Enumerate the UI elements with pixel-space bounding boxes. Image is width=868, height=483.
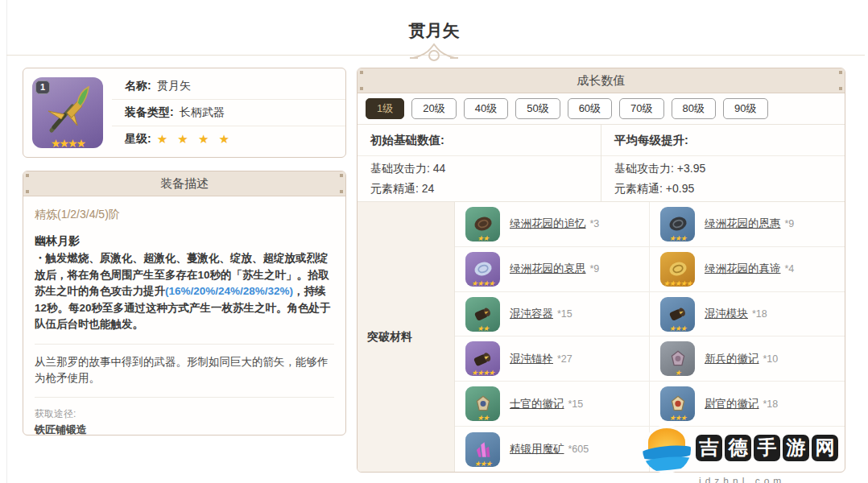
material-link[interactable]: 绿洲花园的真谛 <box>705 262 781 276</box>
material-cell: ★★ 士官的徽记 *15 <box>455 382 650 427</box>
source-label: 获取途径: <box>35 407 334 421</box>
stat-label: 基础攻击力: <box>614 162 674 175</box>
material-count: *15 <box>557 308 572 320</box>
tab-level-90[interactable]: 90级 <box>723 98 767 119</box>
tab-level-50[interactable]: 50级 <box>515 98 560 119</box>
material-cell: ★★★★★ 绿洲花园的真谛 *4 <box>650 247 845 292</box>
skill-desc-values: (16%/20%/24%/28%/32%) <box>165 285 293 297</box>
growth-panel-header: 成长数值 <box>358 68 845 93</box>
stats-section: 初始基础数值: 基础攻击力: 44 元素精通: 24 平均每级提升: 基础攻击力… <box>358 125 845 202</box>
material-link[interactable]: 混沌容器 <box>510 307 553 321</box>
material-link[interactable]: 新兵的徽记 <box>705 352 759 366</box>
materials-row-label: 突破材料 <box>358 202 455 472</box>
material-link[interactable]: 绿洲花园的恩惠 <box>705 217 781 231</box>
material-cell: ★★ 绿洲花园的追忆 *3 <box>455 202 650 247</box>
material-cell: ★★★ 精锻用魔矿 *605 <box>455 427 650 472</box>
description-card-header: 装备描述 <box>23 171 345 196</box>
divider <box>35 397 334 398</box>
material-link[interactable]: 士官的徽记 <box>510 397 564 411</box>
material-stars: ★★★★★ <box>660 280 695 287</box>
initial-stats-header: 初始基础数值: <box>358 125 601 156</box>
weapon-info-card: 1 ★★★★ 名称: 贯月矢 装备类型: 长柄武器 星级: ★ ★ ★ ★ <box>23 68 346 158</box>
material-link[interactable]: 精锻用魔矿 <box>510 442 564 456</box>
refine-rank-line: 精炼(1/2/3/4/5)阶 <box>35 208 334 222</box>
sun-waves-logo-icon <box>643 425 691 473</box>
skill-description: ・触发燃烧、原激化、超激化、蔓激化、绽放、超绽放或烈绽放后，将在角色周围产生至多… <box>35 250 334 333</box>
tab-level-80[interactable]: 80级 <box>672 98 716 119</box>
material-count: *4 <box>785 263 795 275</box>
tab-level-60[interactable]: 60级 <box>568 98 612 119</box>
description-body: 精炼(1/2/3/4/5)阶 幽林月影 ・触发燃烧、原激化、超激化、蔓激化、绽放… <box>23 196 345 437</box>
stat-row: 元素精通: +0.95 <box>601 176 845 196</box>
material-icon: ★★★ <box>660 207 695 242</box>
material-link[interactable]: 绿洲花园的哀思 <box>510 262 586 276</box>
stamp-char: 游 <box>783 435 809 461</box>
info-row-type: 装备类型: 长柄武器 <box>112 100 345 126</box>
material-count: *18 <box>752 308 767 320</box>
material-stars: ★★ <box>465 415 500 422</box>
material-cell: ★★★ 混沌模块 *18 <box>650 292 845 337</box>
growth-stats-panel: 成长数值 1级 20级 40级 50级 60级 70级 80级 90级 初始基础… <box>357 68 845 473</box>
weapon-info-rows: 名称: 贯月矢 装备类型: 长柄武器 星级: ★ ★ ★ ★ <box>112 73 345 152</box>
info-label: 星级: <box>125 132 151 147</box>
per-level-stats-header: 平均每级提升: <box>601 125 845 156</box>
watermark-row: 吉 德 手 游 网 <box>643 422 865 473</box>
page-title: 贯月矢 <box>0 19 868 42</box>
info-label: 名称: <box>125 79 151 93</box>
stamp-char: 网 <box>812 435 838 461</box>
stat-row: 基础攻击力: +3.95 <box>601 156 845 176</box>
equipment-description-card: 装备描述 精炼(1/2/3/4/5)阶 幽林月影 ・触发燃烧、原激化、超激化、蔓… <box>23 171 346 436</box>
watermark-domain: jdzhnl.com <box>699 476 865 483</box>
material-icon: ★★ <box>465 386 500 421</box>
material-count: *9 <box>785 218 795 229</box>
material-cell: ★★★★ 混沌锚栓 *27 <box>455 336 650 382</box>
material-link[interactable]: 尉官的徽记 <box>705 397 759 411</box>
level-badge: 1 <box>35 80 50 94</box>
stat-value: +0.95 <box>666 182 694 195</box>
stat-label: 元素精通: <box>370 182 419 195</box>
material-count: *605 <box>568 444 589 455</box>
source-value: 铁匠铺锻造 <box>35 423 334 437</box>
tab-level-20[interactable]: 20级 <box>411 98 456 119</box>
rarity-stars: ★ ★ ★ ★ <box>157 132 233 147</box>
material-cell: ★★★ 尉官的徽记 *18 <box>650 382 845 427</box>
tab-level-1[interactable]: 1级 <box>366 98 404 119</box>
material-stars: ★★★ <box>660 325 695 332</box>
material-stars: ★ <box>660 369 695 377</box>
material-icon: ★★★ <box>660 297 695 332</box>
rarity-stars-icon: ★★★★ <box>32 138 103 149</box>
per-level-stats-column: 平均每级提升: 基础攻击力: +3.95 元素精通: +0.95 <box>601 125 845 201</box>
material-icon: ★★ <box>465 207 500 242</box>
tab-level-40[interactable]: 40级 <box>464 98 508 119</box>
material-count: *27 <box>557 353 572 365</box>
material-cell: ★ 新兵的徽记 *10 <box>650 336 845 382</box>
divider <box>35 344 334 345</box>
info-value: 贯月矢 <box>157 79 191 93</box>
material-stars: ★★ <box>465 235 500 242</box>
skill-name: 幽林月影 <box>35 234 334 249</box>
material-stars: ★★★★ <box>465 369 500 377</box>
material-cell: ★★★★ 绿洲花园的哀思 *9 <box>455 247 650 292</box>
watermark-stamp: 吉 德 手 游 网 <box>696 435 838 461</box>
tab-level-70[interactable]: 70级 <box>619 98 663 119</box>
material-icon: ★★★★ <box>465 341 500 376</box>
material-cell: ★★ 混沌容器 *15 <box>455 292 650 337</box>
material-link[interactable]: 混沌锚栓 <box>510 352 553 366</box>
material-count: *9 <box>590 263 600 275</box>
initial-stats-column: 初始基础数值: 基础攻击力: 44 元素精通: 24 <box>358 125 601 201</box>
material-icon: ★ <box>660 341 695 376</box>
stat-value: +3.95 <box>677 162 705 175</box>
material-icon: ★★★ <box>465 432 500 467</box>
info-row-rarity: 星级: ★ ★ ★ ★ <box>112 126 345 152</box>
stat-label: 元素精通: <box>614 182 663 195</box>
material-cell: ★★★ 绿洲花园的恩惠 *9 <box>650 202 845 247</box>
material-icon: ★★★ <box>660 386 695 421</box>
material-count: *10 <box>763 353 779 365</box>
material-stars: ★★★ <box>465 460 500 468</box>
material-stars: ★★★ <box>660 235 695 242</box>
material-icon: ★★ <box>465 297 500 332</box>
material-link[interactable]: 混沌模块 <box>705 307 748 321</box>
material-stars: ★★★★ <box>465 280 500 287</box>
stat-value: 44 <box>433 162 446 175</box>
material-link[interactable]: 绿洲花园的追忆 <box>510 217 586 231</box>
